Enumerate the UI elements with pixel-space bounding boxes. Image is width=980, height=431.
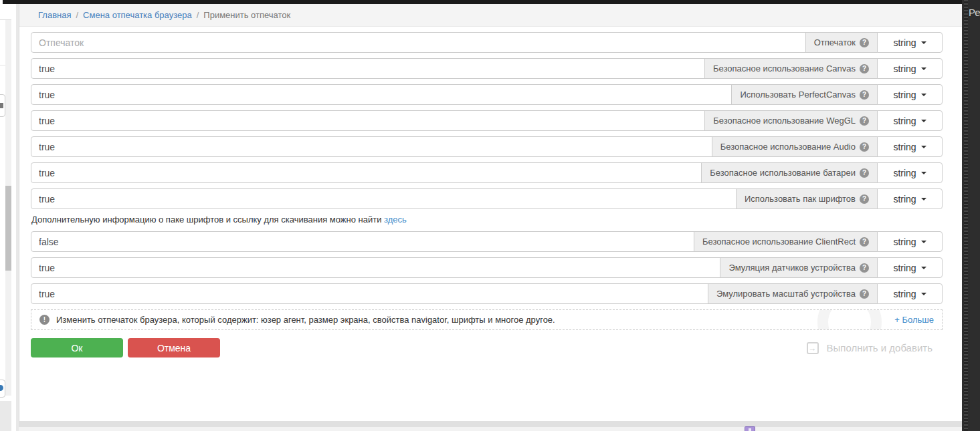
help-question-icon[interactable]: ? bbox=[860, 90, 869, 100]
chevron-down-icon bbox=[921, 172, 926, 174]
field-row: Безопасное использование ClientRect ? st… bbox=[31, 231, 943, 252]
field-value-input[interactable] bbox=[31, 110, 705, 131]
type-dropdown-label: string bbox=[893, 116, 916, 126]
info-icon: ! bbox=[39, 315, 50, 325]
field-label-addon: Безопасное использование батареи ? bbox=[701, 162, 878, 183]
run-and-add-button[interactable]: → Выполнить и добавить bbox=[807, 342, 933, 354]
type-dropdown-button[interactable]: string bbox=[877, 136, 943, 157]
type-dropdown-button[interactable]: string bbox=[877, 188, 943, 209]
help-question-icon[interactable]: ? bbox=[860, 142, 869, 152]
info-box: ! Изменить отпечаток браузера, который с… bbox=[31, 309, 943, 330]
more-link[interactable]: + Больше bbox=[894, 315, 934, 325]
type-dropdown-label: string bbox=[893, 63, 916, 74]
chevron-down-icon bbox=[921, 120, 926, 122]
breadcrumb-separator: / bbox=[197, 10, 199, 20]
breadcrumb-link-section[interactable]: Смена отпечатка браузера bbox=[83, 10, 192, 20]
actions-row: Ок Отмена → Выполнить и добавить bbox=[31, 338, 943, 357]
field-value-input[interactable] bbox=[31, 257, 720, 278]
field-row: Безопасное использование Audio ? string bbox=[31, 136, 943, 157]
field-label: Безопасное использование Audio bbox=[720, 142, 856, 152]
field-label-addon: Использовать пак шрифтов ? bbox=[736, 188, 878, 209]
field-value-input[interactable] bbox=[31, 188, 737, 209]
chevron-down-icon bbox=[921, 146, 926, 148]
field-label: Безопасное использование ClientRect bbox=[702, 237, 856, 247]
breadcrumb: Главная / Смена отпечатка браузера / При… bbox=[19, 4, 962, 27]
type-dropdown-button[interactable]: string bbox=[877, 257, 943, 278]
underlay-fragment-box bbox=[0, 380, 5, 398]
field-row: Отпечаток ? string bbox=[31, 32, 943, 53]
breadcrumb-separator: / bbox=[76, 10, 78, 20]
help-question-icon[interactable]: ? bbox=[860, 289, 869, 299]
blue-dot-icon bbox=[0, 385, 3, 391]
field-row: Использовать PerfectCanvas ? string bbox=[31, 84, 943, 105]
field-value-input[interactable] bbox=[31, 162, 702, 183]
field-label-addon: Эмулировать масштаб устройства ? bbox=[708, 283, 878, 304]
field-label: Использовать PerfectCanvas bbox=[740, 90, 856, 100]
help-question-icon[interactable]: ? bbox=[860, 168, 869, 178]
chevron-down-icon bbox=[921, 41, 926, 44]
help-question-icon[interactable]: ? bbox=[860, 38, 869, 47]
field-label: Безопасное использование WegGL bbox=[713, 116, 856, 126]
field-row: Использовать пак шрифтов ? string bbox=[31, 188, 943, 209]
dialog-content: Отпечаток ? string Безопасное использова… bbox=[19, 27, 962, 357]
help-question-icon[interactable]: ? bbox=[860, 116, 869, 126]
field-value-input[interactable] bbox=[31, 84, 732, 105]
field-row: Эмулировать масштаб устройства ? string bbox=[31, 283, 943, 304]
type-dropdown-button[interactable]: string bbox=[877, 84, 943, 105]
field-row: Эмуляция датчиков устройства ? string bbox=[31, 257, 943, 278]
fonts-note: Дополнительную информацию о паке шрифтов… bbox=[31, 214, 943, 225]
field-rows-bottom: Безопасное использование ClientRect ? st… bbox=[31, 231, 943, 304]
type-dropdown-button[interactable]: string bbox=[877, 162, 943, 183]
field-label-addon: Безопасное использование Canvas ? bbox=[704, 58, 878, 79]
fonts-note-text: Дополнительную информацию о паке шрифтов… bbox=[31, 214, 381, 225]
run-arrow-icon: → bbox=[807, 342, 819, 354]
type-dropdown-label: string bbox=[893, 37, 916, 48]
right-panel-label: Ре bbox=[969, 7, 980, 18]
field-label: Отпечаток bbox=[814, 37, 856, 47]
bottom-gray-strip bbox=[19, 421, 962, 427]
help-question-icon[interactable]: ? bbox=[860, 237, 869, 247]
type-dropdown-label: string bbox=[893, 168, 916, 178]
fonts-download-link[interactable]: здесь bbox=[384, 214, 407, 225]
breadcrumb-current: Применить отпечаток bbox=[203, 10, 290, 20]
chevron-down-icon bbox=[921, 94, 926, 96]
right-dark-panel: Ре bbox=[962, 0, 980, 431]
field-label-addon: Безопасное использование Audio ? bbox=[712, 136, 878, 157]
chevron-down-icon bbox=[921, 293, 926, 295]
help-question-icon[interactable]: ? bbox=[860, 64, 869, 74]
field-value-input[interactable] bbox=[31, 283, 708, 304]
type-dropdown-button[interactable]: string bbox=[877, 32, 943, 53]
type-dropdown-button[interactable]: string bbox=[877, 110, 943, 131]
run-and-add-label: Выполнить и добавить bbox=[827, 342, 933, 353]
chevron-down-icon bbox=[921, 67, 926, 70]
field-value-input[interactable] bbox=[31, 231, 694, 252]
type-dropdown-button[interactable]: string bbox=[877, 231, 943, 252]
fingerprint-dialog: Главная / Смена отпечатка браузера / При… bbox=[19, 4, 962, 421]
field-value-input[interactable] bbox=[31, 32, 806, 53]
left-scrollbar-thumb[interactable] bbox=[5, 186, 11, 271]
chevron-down-icon bbox=[921, 267, 926, 269]
bottom-widget-fragment[interactable] bbox=[745, 426, 755, 431]
type-dropdown-label: string bbox=[893, 194, 916, 204]
field-label-addon: Безопасное использование ClientRect ? bbox=[694, 231, 878, 252]
type-dropdown-button[interactable]: string bbox=[877, 58, 943, 79]
field-label: Эмуляция датчиков устройства bbox=[728, 263, 856, 273]
ok-button[interactable]: Ок bbox=[31, 338, 123, 357]
underlay-fragment-box bbox=[0, 94, 5, 117]
field-value-input[interactable] bbox=[31, 58, 705, 79]
help-question-icon[interactable]: ? bbox=[860, 194, 869, 204]
type-dropdown-button[interactable]: string bbox=[877, 283, 943, 304]
field-label-addon: Безопасное использование WegGL ? bbox=[704, 110, 878, 131]
field-value-input[interactable] bbox=[31, 136, 712, 157]
field-label-addon: Использовать PerfectCanvas ? bbox=[731, 84, 878, 105]
field-label: Безопасное использование Canvas bbox=[713, 63, 856, 74]
field-rows-top: Отпечаток ? string Безопасное использова… bbox=[31, 32, 943, 209]
cancel-button[interactable]: Отмена bbox=[128, 338, 220, 357]
breadcrumb-link-home[interactable]: Главная bbox=[38, 10, 71, 20]
type-dropdown-label: string bbox=[893, 142, 916, 152]
right-scrollbar[interactable] bbox=[964, 0, 968, 431]
type-dropdown-label: string bbox=[893, 263, 916, 273]
field-label-addon: Отпечаток ? bbox=[805, 32, 878, 53]
info-text: Изменить отпечаток браузера, который сод… bbox=[56, 315, 555, 325]
help-question-icon[interactable]: ? bbox=[860, 263, 869, 273]
